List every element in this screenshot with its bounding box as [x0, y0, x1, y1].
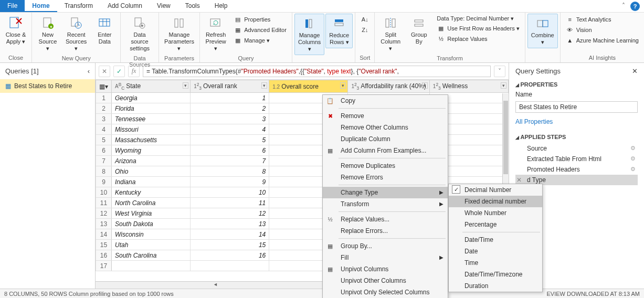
row-header[interactable]: 1 — [96, 93, 112, 103]
formula-commit-icon[interactable]: ✓ — [113, 66, 125, 77]
context-menu-item[interactable]: ▦Add Column From Examples... — [323, 145, 448, 156]
replace-values-button[interactable]: ½Replace Values — [436, 34, 520, 44]
enter-data-button[interactable]: Enter Data — [91, 14, 118, 47]
cell[interactable]: 2 — [191, 103, 269, 114]
cell[interactable]: Wyoming — [112, 145, 191, 156]
help-icon[interactable]: ? — [630, 2, 640, 11]
query-name-input[interactable]: Best States to Retire — [515, 101, 638, 113]
row-header[interactable]: 5 — [96, 135, 112, 145]
context-menu-item[interactable]: Remove Other Columns — [323, 122, 448, 133]
cell[interactable]: 5 — [191, 135, 269, 145]
properties-button[interactable]: ▤Properties — [233, 15, 288, 24]
select-all-cell[interactable]: ▦▾ — [96, 80, 112, 93]
cell[interactable]: Tennessee — [112, 114, 191, 124]
column-header[interactable]: ABCState▾ — [112, 80, 191, 93]
cell[interactable]: Ohio — [112, 166, 191, 177]
context-menu-item[interactable]: Unpivot Only Selected Columns — [323, 286, 448, 298]
row-header[interactable]: 7 — [96, 156, 112, 166]
column-dropdown-icon[interactable]: ▾ — [261, 82, 267, 89]
row-header[interactable]: 16 — [96, 250, 112, 261]
formula-input[interactable]: = Table.TransformColumnTypes(#"Promoted … — [143, 66, 491, 77]
applied-step[interactable]: Extracted Table From Html⚙ — [515, 154, 638, 164]
data-source-settings-button[interactable]: Data source settings — [123, 14, 156, 54]
new-source-button[interactable]: ✦ New Source ▾ — [34, 14, 61, 54]
cell[interactable]: 10 — [191, 187, 269, 198]
cell[interactable]: West Virginia — [112, 208, 191, 219]
cell[interactable]: 14 — [191, 229, 269, 240]
cell[interactable] — [112, 261, 191, 271]
manage-query-button[interactable]: ▦Manage ▾ — [233, 36, 288, 45]
submenu-item[interactable]: Percentage — [449, 219, 542, 230]
cell[interactable]: Utah — [112, 240, 191, 250]
fx-icon[interactable]: fx — [128, 66, 140, 77]
row-header[interactable]: 17 — [96, 261, 112, 271]
sort-asc-button[interactable]: A↓ — [360, 15, 370, 24]
context-menu-item[interactable]: Fill▶ — [323, 252, 448, 263]
split-column-button[interactable]: Split Column ▾ — [377, 14, 404, 54]
context-menu-item[interactable]: 📋Copy — [323, 95, 448, 107]
manage-columns-button[interactable]: Manage Columns ▾ — [294, 14, 324, 55]
row-header[interactable]: 14 — [96, 229, 112, 240]
cell[interactable]: 6 — [191, 145, 269, 156]
cell[interactable] — [191, 261, 269, 271]
recent-sources-button[interactable]: Recent Sources ▾ — [62, 14, 90, 54]
query-item[interactable]: ▦ Best States to Retire — [0, 79, 95, 93]
context-menu-item[interactable]: ▦Unpivot Columns — [323, 263, 448, 275]
submenu-item[interactable]: Date/Time — [449, 234, 542, 246]
cell[interactable]: North Carolina — [112, 198, 191, 208]
context-menu-item[interactable]: Remove Errors — [323, 172, 448, 183]
vision-button[interactable]: 👁Vision — [565, 25, 640, 35]
queries-collapse-icon[interactable]: ‹ — [88, 67, 90, 75]
row-header[interactable]: 2 — [96, 103, 112, 114]
data-type-button[interactable]: Data Type: Decimal Number ▾ — [436, 15, 520, 23]
menu-file[interactable]: File — [0, 0, 25, 12]
ribbon-collapse-icon[interactable]: ˄ — [619, 0, 628, 12]
cell[interactable]: South Dakota — [112, 219, 191, 229]
formula-cancel-icon[interactable]: ✕ — [99, 66, 110, 77]
submenu-item[interactable]: Duration — [449, 280, 542, 292]
cell[interactable]: Georgia — [112, 93, 191, 103]
context-menu-item[interactable]: Unpivot Other Columns — [323, 275, 448, 286]
settings-close-icon[interactable]: ✕ — [632, 67, 638, 75]
sort-desc-button[interactable]: Z↓ — [360, 25, 370, 35]
row-header[interactable]: 11 — [96, 198, 112, 208]
close-apply-button[interactable]: Close & Apply ▾ — [2, 14, 29, 47]
text-analytics-button[interactable]: ≡Text Analytics — [565, 15, 640, 24]
row-header[interactable]: 6 — [96, 145, 112, 156]
cell[interactable]: Missouri — [112, 124, 191, 135]
submenu-item[interactable]: Date — [449, 246, 542, 257]
cell[interactable]: Kentucky — [112, 187, 191, 198]
row-header[interactable]: 9 — [96, 177, 112, 187]
azure-ml-button[interactable]: ▲Azure Machine Learning — [565, 36, 640, 45]
row-header[interactable]: 13 — [96, 219, 112, 229]
cell[interactable]: 11 — [191, 198, 269, 208]
step-gear-icon[interactable]: ⚙ — [630, 166, 636, 173]
context-menu-item[interactable]: Change Type▶ — [323, 187, 448, 198]
cell[interactable]: Arizona — [112, 156, 191, 166]
cell[interactable]: Wisconsin — [112, 229, 191, 240]
applied-step[interactable]: Source⚙ — [515, 143, 638, 154]
all-properties-link[interactable]: All Properties — [515, 118, 638, 125]
combine-button[interactable]: Combine ▾ — [527, 14, 558, 48]
applied-step[interactable]: Promoted Headers⚙ — [515, 164, 638, 175]
menu-add-column[interactable]: Add Column — [100, 0, 150, 12]
column-header[interactable]: 123Wellness▾ — [429, 80, 508, 93]
cell[interactable]: 15 — [191, 240, 269, 250]
column-header[interactable]: 1.2Overall score▾ — [269, 80, 348, 93]
cell[interactable]: 3 — [191, 114, 269, 124]
refresh-preview-button[interactable]: Refresh Preview ▾ — [202, 14, 229, 54]
column-header[interactable]: 123Affordability rank (40%)▾ — [348, 80, 429, 93]
column-dropdown-icon[interactable]: ▾ — [501, 82, 506, 89]
context-menu-item[interactable]: Transform▶ — [323, 198, 448, 210]
step-gear-icon[interactable]: ⚙ — [630, 145, 636, 152]
cell[interactable]: 7 — [191, 156, 269, 166]
column-dropdown-icon[interactable]: ▾ — [183, 82, 188, 89]
cell[interactable]: 16 — [191, 250, 269, 261]
cell[interactable]: South Carolina — [112, 250, 191, 261]
context-menu-item[interactable]: ▦Group By... — [323, 240, 448, 252]
submenu-item[interactable]: Date/Time/Timezone — [449, 269, 542, 280]
column-header[interactable]: 123Overall rank▾ — [191, 80, 269, 93]
context-menu-item[interactable]: Remove Duplicates — [323, 160, 448, 172]
submenu-item[interactable]: ✓Decimal Number — [449, 184, 542, 196]
column-dropdown-icon[interactable]: ▾ — [422, 82, 428, 89]
